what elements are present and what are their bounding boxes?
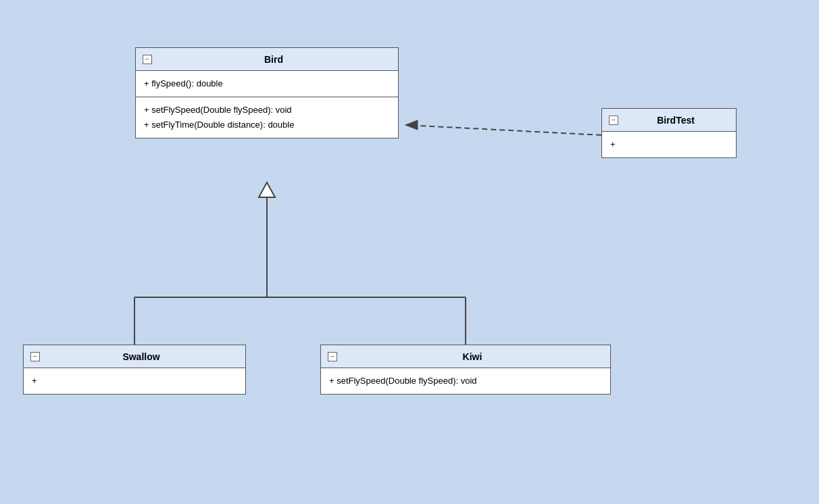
- connections-svg: [0, 0, 819, 504]
- bird-class: − Bird + flySpeed(): double + setFlySpee…: [135, 47, 399, 138]
- bird-class-header: − Bird: [136, 48, 398, 71]
- bird-collapse-btn[interactable]: −: [143, 55, 152, 64]
- birdtest-member-1: +: [610, 137, 728, 152]
- kiwi-method-1: + setFlySpeed(Double flySpeed): void: [329, 374, 602, 388]
- kiwi-collapse-btn[interactable]: −: [328, 352, 337, 361]
- swallow-class: − Swallow +: [23, 345, 246, 395]
- birdtest-class-header: − BirdTest: [602, 109, 736, 132]
- uml-diagram: − Bird + flySpeed(): double + setFlySpee…: [0, 0, 819, 504]
- bird-section-1: + flySpeed(): double: [136, 71, 398, 97]
- birdtest-class: − BirdTest +: [601, 108, 737, 158]
- swallow-section-1: +: [24, 368, 245, 394]
- bird-method-2: + setFlySpeed(Double flySpeed): void: [144, 103, 390, 118]
- kiwi-class-name: Kiwi: [341, 351, 603, 362]
- kiwi-class-header: − Kiwi: [321, 345, 610, 368]
- bird-class-name: Bird: [156, 54, 391, 65]
- birdtest-class-name: BirdTest: [622, 115, 729, 126]
- swallow-member-1: +: [32, 374, 237, 388]
- bird-method-1: + flySpeed(): double: [144, 76, 390, 91]
- bird-section-2: + setFlySpeed(Double flySpeed): void + s…: [136, 97, 398, 138]
- svg-line-5: [405, 125, 601, 135]
- kiwi-section-1: + setFlySpeed(Double flySpeed): void: [321, 368, 610, 394]
- kiwi-class: − Kiwi + setFlySpeed(Double flySpeed): v…: [320, 345, 611, 395]
- svg-marker-4: [259, 182, 275, 197]
- bird-method-3: + setFlyTime(Double distance): double: [144, 118, 390, 132]
- swallow-class-name: Swallow: [44, 351, 239, 362]
- birdtest-section-1: +: [602, 132, 736, 157]
- birdtest-collapse-btn[interactable]: −: [609, 116, 618, 125]
- svg-marker-6: [405, 120, 418, 130]
- swallow-class-header: − Swallow: [24, 345, 245, 368]
- swallow-collapse-btn[interactable]: −: [30, 352, 40, 361]
